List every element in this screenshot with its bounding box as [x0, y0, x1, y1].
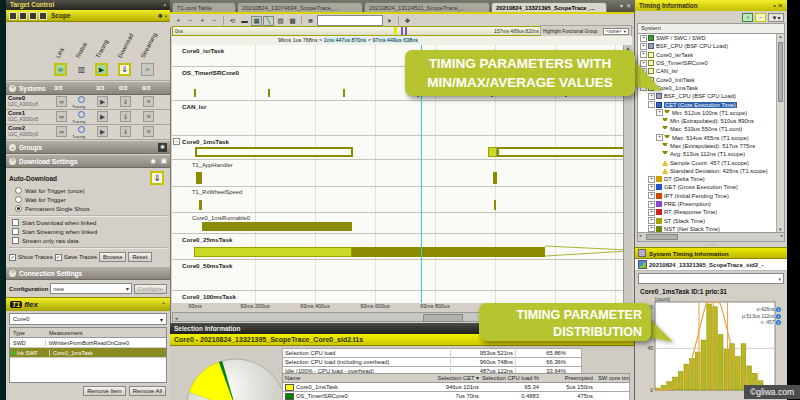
expander-icon[interactable]: − — [173, 138, 180, 145]
radio-off[interactable] — [15, 187, 22, 194]
download-button[interactable]: ⇓ — [120, 126, 131, 137]
scope-mini-tab-2[interactable] — [19, 12, 27, 20]
eye-icon[interactable]: ◉ — [150, 157, 156, 165]
checkbox[interactable]: ✓ — [55, 254, 62, 261]
refresh-icon[interactable]: ⟲ — [227, 16, 238, 26]
highlight-group-select[interactable]: <none> ▾ — [603, 28, 629, 35]
streaming-button[interactable]: » — [143, 126, 154, 137]
link-all-button[interactable]: ∞ — [54, 63, 67, 76]
expander-icon[interactable]: + — [648, 217, 655, 224]
tree-item[interactable]: Standard Deviation: 426ns (T1.scope) — [638, 167, 784, 175]
checkbox[interactable] — [12, 228, 19, 235]
selection-table-row[interactable]: Core0_1msTask946us 101ns65.345us 150ns — [282, 383, 630, 392]
radio-off[interactable] — [15, 196, 22, 203]
column-header[interactable]: Name — [283, 375, 407, 381]
download-button[interactable]: ⇓ — [120, 96, 131, 107]
trace-row-core0_1mstask[interactable]: −Core0_1msTask — [172, 136, 632, 160]
column-header[interactable]: SW core time — [595, 375, 629, 381]
tracing-all-button[interactable]: ▶ — [95, 63, 108, 76]
trace-tab[interactable]: 20210824_13124511_ScopeTrace_... — [364, 2, 490, 12]
streaming-button[interactable]: » — [143, 96, 154, 107]
trace-row-core0_25mstask[interactable]: Core0_25msTask — [172, 234, 632, 260]
expander-icon[interactable]: + — [648, 225, 655, 232]
trace-row-can_isr[interactable]: CAN_Isr — [172, 101, 632, 136]
trace-file-item[interactable]: 20210824_13321395_ScopeTrace_sid2_- — [635, 259, 787, 271]
checkbox[interactable] — [12, 219, 19, 226]
link-button[interactable]: ∞ — [56, 126, 67, 137]
tree-item[interactable]: Sample Count: 457 (T1.scope) — [638, 158, 784, 166]
zoom-out-y-icon[interactable]: − — [209, 16, 220, 26]
gear-icon[interactable]: ✱ — [158, 143, 167, 152]
collapse-icon[interactable]: ⌃ — [161, 301, 166, 308]
tree-item[interactable]: Min (Extrapolated): 510us 890ns — [638, 117, 784, 125]
remove-item-button[interactable]: Remove Item — [83, 386, 125, 396]
remove-parameter-button[interactable]: － — [755, 13, 766, 22]
toolbar-combo[interactable] — [317, 15, 383, 26]
streaming-button[interactable]: » — [143, 111, 154, 122]
trace-tab[interactable]: 20210824_13074634_ScopeTrace_... — [237, 2, 363, 12]
trace-row-t1_apphandler[interactable]: T1_AppHandler — [172, 160, 632, 187]
browse-button[interactable]: Browse — [99, 252, 126, 262]
selection-table-row[interactable]: OS_TimerISRCore07us 70ns0.4883475ns — [282, 392, 630, 400]
add-parameter-button[interactable]: ＋ — [742, 13, 753, 22]
tab-list-chevron-icon[interactable]: ▾ — [620, 2, 623, 9]
tree-item[interactable]: +DT (Delta Time) — [638, 175, 784, 183]
expander-icon[interactable]: + — [640, 43, 647, 50]
system-timing-information-bar[interactable]: System Timing Information — [635, 247, 787, 259]
groups-section-header[interactable]: ⌄ Groups ✱ — [6, 140, 170, 154]
tracing-status-icon[interactable] — [78, 111, 85, 118]
tree-item[interactable]: Max (Extrapolated): 517us 775ns — [638, 142, 784, 150]
trace-row-core0_100mstask[interactable]: Core0_100msTask — [172, 291, 632, 303]
tree-item[interactable]: +RT (Response Time) — [638, 208, 784, 216]
checkbox[interactable]: ✓ — [9, 254, 16, 261]
expander-icon[interactable]: + — [640, 35, 647, 42]
tracing-status-icon[interactable] — [78, 96, 85, 103]
trace-overview-strip[interactable]: 0ns 157ms 489us 820ns — [172, 26, 542, 36]
trace-select-combo[interactable]: ▾ — [638, 273, 784, 284]
tree-item[interactable]: +SWF / SWC / SWD — [638, 34, 784, 42]
overview-cursor-marker-1[interactable] — [401, 27, 403, 35]
link-button[interactable]: ∞ — [56, 96, 67, 107]
collapse-icon[interactable]: ⌃ — [9, 85, 16, 92]
collapse-icon[interactable]: ⌄ — [9, 144, 16, 151]
tracing-status-icon[interactable] — [78, 126, 85, 133]
expander-icon[interactable]: + — [648, 184, 655, 191]
trace-row-core0_1msrunnable0[interactable]: Core0_1msRunnable0 — [172, 213, 632, 234]
close-tab-icon[interactable]: ✕ — [626, 2, 631, 9]
tree-item[interactable]: +BSF_CPU (BSF CPU Load) — [638, 42, 784, 50]
systems-section-header[interactable]: ⌃ Systems 3/3 3/3 0/3 0/3 — [6, 81, 170, 95]
tracing-button[interactable]: ▶ — [97, 96, 108, 107]
tree-item[interactable]: +PRE (Preemption) — [638, 200, 784, 208]
reset-button[interactable]: Reset — [128, 252, 151, 262]
tree-item[interactable]: Avg: 513us 112ns (T1.scope) — [638, 150, 784, 158]
scope-mini-tab-1[interactable] — [9, 12, 17, 20]
tree-item[interactable]: +NST (Net Slack Time) — [638, 225, 784, 233]
measurement-row[interactable]: lnk SWFCore0_1msTask — [10, 348, 166, 358]
trace-row-t1_rxwheelspeed[interactable]: T1_RxWheelSpeed — [172, 187, 632, 213]
download-settings-header[interactable]: ⌃ Download Settings ◉ ▣ — [6, 154, 170, 168]
configure-button[interactable]: Configure — [134, 284, 167, 294]
column-header[interactable]: Selection CPU load % — [481, 375, 541, 381]
pattern-icon[interactable]: ▨ — [275, 16, 286, 26]
expander-icon[interactable]: + — [656, 109, 663, 116]
expander-icon[interactable]: + — [648, 209, 655, 216]
tree-item[interactable]: +Max: 514us 455ns (T1.scope) — [638, 134, 784, 142]
scope-mini-tab-4[interactable] — [39, 12, 47, 20]
save-icon[interactable]: ▣ — [161, 157, 167, 165]
download-now-button[interactable]: ⇓ — [150, 171, 164, 185]
tree-item[interactable]: -CET (Core Execution Time) — [638, 100, 784, 108]
overview-cursor-marker-2[interactable] — [405, 27, 407, 35]
system-column-header[interactable]: System — [637, 23, 785, 34]
settings-icon[interactable]: ❖ — [402, 16, 413, 26]
tree-vertical-scrollbar[interactable]: ▲▼ — [776, 34, 784, 232]
tracing-button[interactable]: ▶ — [97, 126, 108, 137]
column-header[interactable]: Selection CET ▾ — [407, 375, 481, 381]
legend-icon[interactable]: ≣ — [305, 16, 316, 26]
checkbox[interactable] — [12, 237, 19, 244]
wrench-icon[interactable]: ✱ — [158, 12, 163, 19]
trace-tab[interactable]: 20210824_13321395_ScopeTrace_... — [491, 2, 607, 12]
tracing-button[interactable]: ▶ — [97, 111, 108, 122]
download-button[interactable]: ⇓ — [120, 111, 131, 122]
filter-icon[interactable]: ▼▾ — [768, 13, 784, 22]
tree-item[interactable]: +Min: 512us 100ns (T1.scope) — [638, 109, 784, 117]
